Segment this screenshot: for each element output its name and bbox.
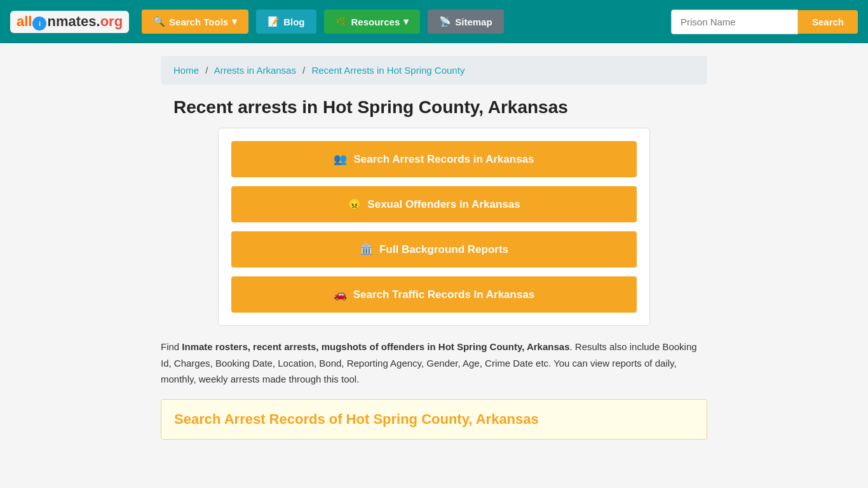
resources-label: Resources — [351, 17, 400, 27]
chevron-down-icon: ▾ — [232, 16, 237, 27]
search-tools-label: Search Tools — [169, 17, 228, 27]
car-icon: 🚗 — [334, 288, 347, 301]
chevron-down-icon-resources: ▾ — [403, 16, 409, 27]
sexual-offenders-button[interactable]: 😠 Sexual Offenders in Arkansas — [231, 186, 637, 222]
description-bold: Inmate rosters, recent arrests, mugshots… — [182, 341, 569, 352]
sitemap-label: Sitemap — [455, 17, 492, 27]
site-logo[interactable]: allinmates.org — [10, 11, 129, 33]
building-icon: 🏛️ — [360, 243, 373, 256]
prison-name-input[interactable] — [671, 10, 798, 34]
action-buttons-card: 👥 Search Arrest Records in Arkansas 😠 Se… — [218, 128, 650, 326]
sitemap-icon: 📡 — [439, 16, 451, 27]
people-icon: 👥 — [334, 152, 347, 166]
main-content: Home / Arrests in Arkansas / Recent Arre… — [148, 56, 720, 459]
resources-button[interactable]: 🌿 Resources ▾ — [324, 10, 421, 34]
breadcrumb-sep-2: / — [302, 65, 305, 76]
blog-button[interactable]: 📝 Blog — [256, 10, 316, 34]
background-reports-button[interactable]: 🏛️ Full Background Reports — [231, 231, 637, 268]
header-search-button[interactable]: Search — [798, 10, 858, 34]
search-record-box: Search Arrest Records of Hot Spring Coun… — [161, 399, 707, 440]
traffic-records-button[interactable]: 🚗 Search Traffic Records In Arkansas — [231, 276, 637, 313]
blog-label: Blog — [283, 17, 304, 27]
search-tools-button[interactable]: 🔍 Search Tools ▾ — [142, 10, 248, 34]
search-arrest-records-button[interactable]: 👥 Search Arrest Records in Arkansas — [231, 141, 637, 177]
site-header: allinmates.org 🔍 Search Tools ▾ 📝 Blog 🌿… — [0, 0, 868, 43]
angry-icon: 😠 — [348, 198, 361, 211]
search-record-title: Search Arrest Records of Hot Spring Coun… — [174, 411, 694, 428]
page-title: Recent arrests in Hot Spring County, Ark… — [161, 97, 707, 118]
logo-org: org — [100, 13, 123, 29]
breadcrumb-sep-1: / — [205, 65, 208, 76]
logo-icon: i — [32, 17, 46, 30]
blog-icon: 📝 — [268, 16, 280, 27]
page-description: Find Inmate rosters, recent arrests, mug… — [161, 339, 707, 388]
description-prefix: Find — [161, 341, 182, 352]
header-search-bar: Search — [671, 10, 858, 34]
breadcrumb: Home / Arrests in Arkansas / Recent Arre… — [161, 56, 707, 85]
breadcrumb-arrests[interactable]: Arrests in Arkansas — [214, 65, 296, 76]
logo-inmates: nmates — [47, 13, 96, 29]
search-icon: 🔍 — [153, 16, 165, 27]
resources-icon: 🌿 — [336, 16, 348, 27]
breadcrumb-current: Recent Arrests in Hot Spring County — [311, 65, 465, 76]
sitemap-button[interactable]: 📡 Sitemap — [428, 10, 503, 34]
logo-all: all — [17, 13, 32, 29]
breadcrumb-home[interactable]: Home — [173, 65, 199, 76]
